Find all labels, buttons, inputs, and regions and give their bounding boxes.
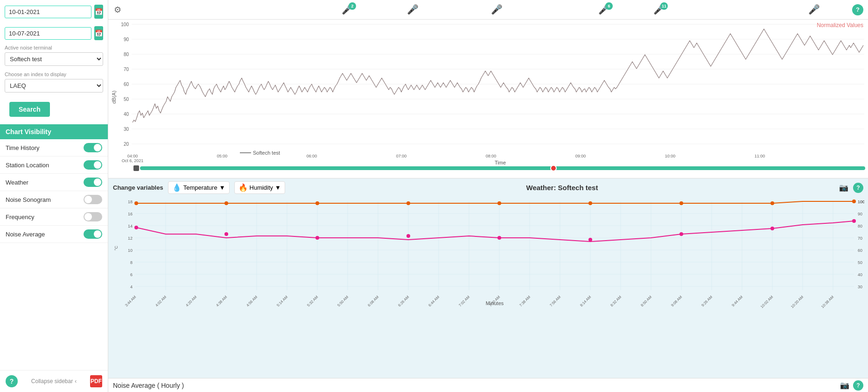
svg-point-86 [315, 201, 319, 205]
toggle-frequency[interactable] [84, 212, 102, 221]
collapse-sidebar-label: Collapse sidebar [31, 378, 73, 385]
top-toolbar: ⚙ 🎤 2 🎤 🎤 🎤 6 🎤 11 🎤 ? [108, 0, 868, 20]
mic-icon-2: 🎤 [407, 4, 419, 14]
svg-point-77 [315, 236, 319, 240]
temperature-icon: 💧 [172, 183, 182, 192]
active-terminal-select[interactable]: Softech test [5, 52, 103, 66]
weather-chart: 18 16 14 12 10 8 6 4 °C 100 90 80 70 60 … [112, 197, 864, 309]
time-history-chart: dB(A) 100 90 80 70 60 50 40 30 [108, 20, 868, 164]
legend-text: Softech test [253, 150, 280, 156]
mic-icon-4: 🎤 6 [598, 4, 610, 14]
date-start-input[interactable] [5, 6, 91, 18]
svg-text:20: 20 [124, 142, 129, 147]
toolbar-help-button[interactable]: ? [852, 4, 863, 15]
pdf-button[interactable]: PDF [90, 375, 102, 387]
svg-text:3:44 AM: 3:44 AM [124, 295, 137, 307]
date-start-calendar-btn[interactable]: 📅 [94, 5, 103, 19]
normalized-values-label: Normalized Values [817, 22, 863, 29]
collapse-sidebar-icon: ‹ [75, 378, 77, 385]
svg-point-89 [588, 201, 592, 205]
weather-section: Change variables 💧 Temperature ▼ 🔥 Humid… [108, 178, 868, 378]
mic-marker-4[interactable]: 🎤 6 [598, 4, 610, 15]
svg-text:10:38 AM: 10:38 AM [820, 295, 835, 309]
svg-text:70: 70 [858, 236, 862, 241]
noise-avg-help-button[interactable]: ? [853, 380, 863, 391]
toggle-noise-sonogram[interactable] [84, 195, 102, 204]
mic-marker-1[interactable]: 🎤 2 [342, 4, 353, 15]
date-end-row: 📅 [0, 21, 108, 43]
svg-text:80: 80 [124, 52, 129, 57]
noise-avg-camera-button[interactable]: 📷 [840, 381, 849, 390]
svg-text:10:02 AM: 10:02 AM [760, 295, 774, 309]
svg-text:4:20 AM: 4:20 AM [185, 295, 197, 307]
svg-point-78 [406, 234, 410, 238]
sidebar: 📅 📅 Active noise terminal Softech test C… [0, 0, 108, 392]
weather-y-label: °C [114, 245, 119, 250]
mic-marker-3[interactable]: 🎤 [491, 4, 503, 15]
svg-text:06:00: 06:00 [307, 154, 317, 158]
humidity-icon: 🔥 [238, 183, 248, 192]
weather-help-button[interactable]: ? [853, 183, 863, 193]
humidity-dropdown[interactable]: 🔥 Humidity ▼ [234, 181, 285, 194]
index-label: Choose an index to display [0, 70, 108, 78]
svg-point-87 [406, 201, 410, 205]
svg-text:07:00: 07:00 [396, 154, 407, 158]
svg-text:4:02 AM: 4:02 AM [154, 295, 167, 307]
humidity-chevron-icon: ▼ [275, 184, 281, 191]
svg-text:60: 60 [124, 82, 129, 87]
range-handle-left[interactable] [133, 165, 139, 171]
toggle-noise-average[interactable] [84, 229, 102, 239]
date-end-calendar-btn[interactable]: 📅 [94, 26, 103, 40]
toggle-label-frequency: Frequency [6, 214, 34, 221]
range-thumb[interactable] [550, 165, 557, 171]
svg-text:7:38 AM: 7:38 AM [518, 295, 531, 307]
weather-title-container: Weather: Softech test [290, 184, 834, 192]
weather-x-labels: 3:44 AM 4:02 AM 4:20 AM 4:38 AM 4:56 AM … [124, 295, 834, 309]
toggle-weather[interactable] [84, 178, 102, 187]
help-button[interactable]: ? [6, 375, 18, 387]
index-select[interactable]: LAEQ [5, 79, 103, 93]
svg-text:9:44 AM: 9:44 AM [731, 295, 743, 307]
svg-text:16: 16 [128, 212, 133, 216]
toggle-row-station-location: Station Location [0, 157, 108, 174]
toggle-label-weather: Weather [6, 179, 28, 186]
svg-text:100: 100 [858, 200, 864, 204]
svg-point-84 [134, 201, 138, 205]
svg-text:40: 40 [124, 112, 129, 117]
svg-text:10: 10 [128, 248, 133, 253]
humidity-line [136, 201, 854, 203]
svg-text:6:44 AM: 6:44 AM [427, 295, 440, 307]
toggle-row-noise-average: Noise Average [0, 226, 108, 243]
svg-text:11:00: 11:00 [755, 154, 765, 158]
svg-point-85 [224, 201, 228, 205]
temperature-dropdown[interactable]: 💧 Temperature ▼ [168, 181, 230, 194]
search-button[interactable]: Search [9, 102, 50, 117]
toggle-label-time-history: Time History [6, 144, 39, 151]
mic-icon-6: 🎤 [808, 4, 820, 14]
weather-camera-button[interactable]: 📷 [839, 183, 848, 192]
svg-text:80: 80 [858, 224, 862, 228]
svg-text:70: 70 [124, 67, 129, 72]
mic-marker-6[interactable]: 🎤 [808, 4, 820, 15]
svg-text:5:14 AM: 5:14 AM [276, 295, 288, 307]
svg-text:30: 30 [124, 127, 129, 132]
gear-button[interactable]: ⚙ [112, 3, 123, 17]
date-end-input[interactable] [5, 27, 91, 40]
toggle-station-location[interactable] [84, 160, 102, 170]
toggle-row-frequency: Frequency [0, 208, 108, 226]
mic-marker-2[interactable]: 🎤 [407, 4, 419, 15]
svg-point-79 [497, 236, 501, 240]
svg-text:09:00: 09:00 [575, 154, 586, 158]
noise-avg-controls: 📷 ? [840, 380, 863, 391]
toggle-time-history[interactable] [84, 143, 102, 152]
range-track [140, 166, 865, 170]
mic-icon-3: 🎤 [491, 4, 503, 14]
mic-marker-5[interactable]: 🎤 11 [653, 4, 665, 15]
svg-point-91 [770, 201, 774, 205]
weather-chart-area: 18 16 14 12 10 8 6 4 °C 100 90 80 70 60 … [108, 197, 868, 378]
svg-text:4: 4 [130, 285, 133, 289]
change-variables-label: Change variables [113, 184, 163, 191]
y-axis-label: dB(A) [111, 91, 117, 104]
collapse-sidebar-button[interactable]: Collapse sidebar ‹ [31, 378, 77, 385]
svg-text:9:26 AM: 9:26 AM [700, 295, 713, 307]
